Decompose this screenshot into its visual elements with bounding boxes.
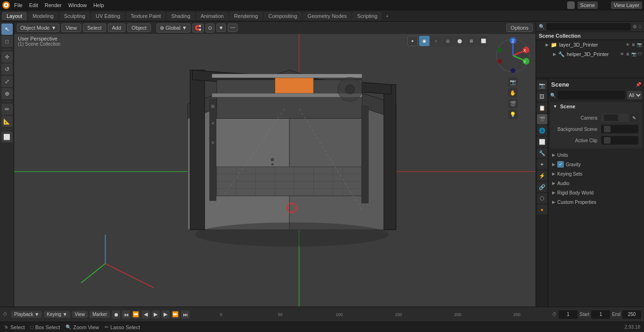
tab-animation[interactable]: Animation [196,12,229,20]
outliner-item-layer[interactable]: ▶ 📁 layer_3D_Printer 👁 🖥 📷 [536,40,644,49]
properties-search-input[interactable] [558,91,625,99]
outliner-sort-btn[interactable]: ↕ [639,24,641,29]
play-btn[interactable]: ▶ [151,310,160,319]
view-layer-selector[interactable]: View Layer [611,1,642,9]
helper-modifier-icon[interactable]: 🛡 [638,52,642,57]
tool-cursor[interactable]: ↖ [1,24,13,35]
tab-compositing[interactable]: Compositing [264,12,302,20]
start-frame-input[interactable] [591,310,610,319]
add-menu[interactable]: Add [108,24,126,32]
tool-transform[interactable]: ✛ [1,51,13,63]
prop-icon-modifier[interactable]: 🔧 [537,148,547,158]
tab-rendering[interactable]: Rendering [229,12,263,20]
scene-section-header[interactable]: ▼ Scene [550,102,642,111]
viewport-3d[interactable]: Object Mode ▼ View Select Add Object ⊕ G… [14,22,536,322]
tab-layout[interactable]: Layout [2,12,27,20]
viewport-gizmo[interactable]: X Y Z 📷 ✋ 🎬 💡 [494,37,532,74]
prop-icon-object[interactable]: ⬜ [537,137,547,147]
camera-value[interactable] [601,113,629,122]
prop-icon-render[interactable]: 📷 [537,80,547,90]
object-menu[interactable]: Object [127,24,151,32]
properties-filter-dropdown[interactable]: All [627,91,642,99]
outliner-filter-btn[interactable]: ⚙ [633,24,637,29]
prop-icon-material[interactable]: ● [537,204,547,215]
object-mode-dropdown[interactable]: Object Mode ▼ [17,24,59,32]
shading-rendered-btn[interactable]: ○ [431,36,441,46]
menu-render[interactable]: Render [42,1,65,9]
viewport-options-btn[interactable]: Options [506,24,533,32]
scene-selector[interactable]: Scene [578,1,598,9]
visibility-eye-icon[interactable]: 👁 [626,42,630,47]
end-frame-input[interactable] [622,310,641,319]
transform-dropdown[interactable]: ⊕ Global ▼ [157,24,190,32]
prop-icon-constraints[interactable]: 🔗 [537,182,547,192]
overlay-btn[interactable]: ⊞ [466,36,477,46]
tab-scripting[interactable]: Scripting [352,12,382,20]
outliner-item-helper[interactable]: ▶ 🔧 helper_3D_Printer 👁 🖥 📷 🛡 [536,49,644,59]
tab-sculpting[interactable]: Sculpting [59,12,90,20]
prop-icon-world[interactable]: 🌐 [537,125,547,136]
render-preview-btn[interactable]: 🎬 [508,99,518,108]
hand-tool-btn[interactable]: ✋ [508,88,518,97]
outliner-search-input[interactable] [546,23,631,31]
prev-frame-btn[interactable]: ⏪ [132,310,140,319]
prop-icon-particles[interactable]: ✦ [537,159,547,170]
gravity-checkbox[interactable]: ✓ [557,161,564,168]
helper-render-icon[interactable]: 📷 [631,52,636,57]
audio-section[interactable]: ▶ Audio [550,178,642,188]
current-frame-input[interactable] [559,310,578,319]
jump-end-btn[interactable]: ⏭ [181,310,190,319]
prop-icon-view-layer[interactable]: 📋 [537,103,547,113]
prev-keyframe-btn[interactable]: ◀ [141,310,150,319]
tab-shading[interactable]: Shading [166,12,195,20]
tool-add-cube[interactable]: ⬜ [1,131,13,143]
viewport-shading-btn[interactable]: 💡 [508,110,518,119]
next-frame-btn[interactable]: ⏩ [171,310,180,319]
view-menu[interactable]: View [61,24,81,32]
tool-transform-all[interactable]: ⊕ [1,88,13,99]
gravity-section[interactable]: ▶ ✓ Gravity [550,160,642,169]
menu-edit[interactable]: Edit [26,1,41,9]
tab-geometry-nodes[interactable]: Geometry Nodes [303,12,351,20]
tab-texture-paint[interactable]: Texture Paint [126,12,165,20]
menu-file[interactable]: File [11,1,25,9]
helper-viewport-icon[interactable]: 🖥 [626,52,630,57]
keying-sets-section[interactable]: ▶ Keying Sets [550,169,642,178]
proportional-edit[interactable]: ⊙ [206,24,215,32]
next-keyframe-btn[interactable]: ▶ [161,310,170,319]
keying-dropdown[interactable]: Keying ▼ [44,311,70,318]
scene-prop-pin-icon[interactable]: 📌 [636,82,641,87]
view-dropdown-timeline[interactable]: View [72,311,88,318]
custom-properties-section[interactable]: ▶ Custom Properties [550,197,642,207]
proportional-dropdown[interactable]: ▼ [216,24,226,32]
helper-visibility-icon[interactable]: 👁 [620,52,624,57]
camera-view-btn[interactable]: 📷 [508,77,518,87]
shading-eevee-btn[interactable]: ◎ [443,36,453,46]
tool-select-box[interactable]: □ [1,36,13,47]
tool-annotate[interactable]: ✏ [1,104,13,115]
prop-icon-data[interactable]: ⬡ [537,193,547,203]
graph-editor-btn[interactable]: 〰 [228,24,238,32]
tab-uv-editing[interactable]: UV Editing [91,12,125,20]
camera-picker-icon[interactable]: ✎ [630,113,638,122]
menu-help[interactable]: Help [91,1,107,9]
rigid-body-world-section[interactable]: ▶ Rigid Body World [550,188,642,197]
record-btn[interactable]: ⏺ [112,310,120,319]
tool-rotate[interactable]: ↺ [1,64,13,75]
shading-material-btn[interactable]: ◉ [419,36,429,46]
select-menu[interactable]: Select [83,24,106,32]
tool-scale[interactable]: ⤢ [1,76,13,87]
tool-measure[interactable]: 📐 [1,116,13,127]
marker-dropdown[interactable]: Marker [90,311,110,318]
add-tab-button[interactable]: + [383,12,391,20]
shading-solid-btn[interactable]: ● [407,36,418,46]
render-camera-icon[interactable]: 📷 [637,42,642,47]
active-clip-value[interactable] [601,136,638,145]
playback-dropdown[interactable]: Playback ▼ [11,311,42,318]
xray-btn[interactable]: ⬜ [478,36,488,46]
menu-window[interactable]: Window [66,1,90,9]
snap-toggle[interactable]: 🧲 [192,24,204,32]
background-scene-value[interactable] [601,125,638,133]
prop-icon-physics[interactable]: ⚡ [537,170,547,181]
viewport-icon[interactable]: 🖥 [631,42,636,47]
